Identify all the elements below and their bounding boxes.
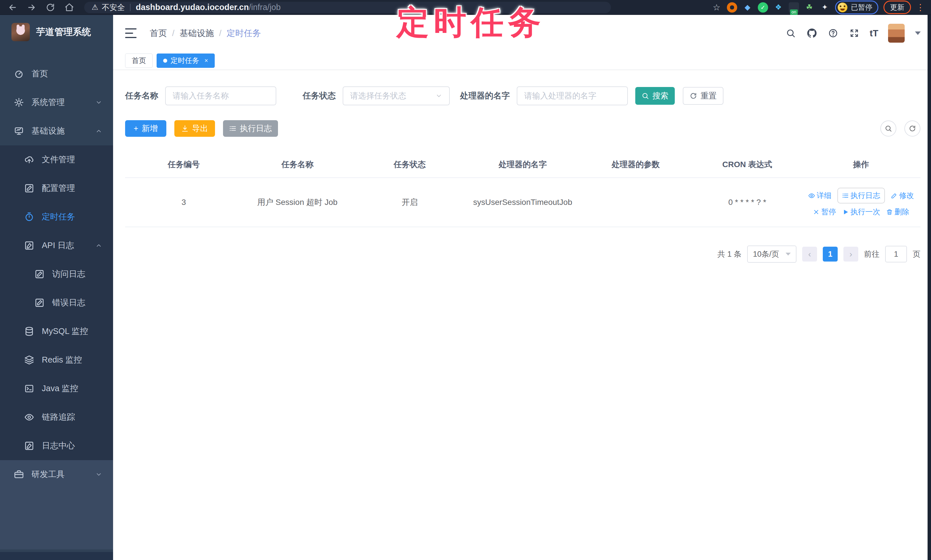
list-icon bbox=[229, 125, 236, 132]
bookmark-star-icon[interactable]: ☆ bbox=[711, 2, 722, 12]
main-area: 首页 / 基础设施 / 定时任务 tT 首页 定时任务 × bbox=[113, 15, 931, 560]
sidebar-item-home[interactable]: 首页 bbox=[0, 60, 113, 88]
toolbox-icon bbox=[14, 469, 24, 479]
breadcrumb-home[interactable]: 首页 bbox=[150, 28, 167, 39]
cell-job-id: 3 bbox=[125, 178, 242, 227]
address-bar[interactable]: ⚠ 不安全 dashboard.yudao.iocoder.cn /infra/… bbox=[84, 2, 611, 13]
jobs-table: 任务编号 任务名称 任务状态 处理器的名字 处理器的参数 CRON 表达式 操作… bbox=[125, 151, 920, 227]
job-name-input[interactable] bbox=[165, 86, 276, 105]
sidebar-item-devtools[interactable]: 研发工具 bbox=[0, 460, 113, 489]
chevron-down-icon bbox=[96, 471, 102, 478]
sidebar-item-system[interactable]: 系统管理 bbox=[0, 88, 113, 117]
sidebar-item-log-center[interactable]: 日志中心 bbox=[0, 432, 113, 460]
show-search-icon[interactable] bbox=[880, 120, 896, 137]
sidebar-item-scheduled-jobs[interactable]: 定时任务 bbox=[0, 203, 113, 231]
reset-button[interactable]: 重置 bbox=[683, 87, 723, 105]
page-1-button[interactable]: 1 bbox=[823, 247, 838, 262]
pencil-icon bbox=[891, 192, 897, 199]
extension-on-icon[interactable]: on bbox=[789, 2, 799, 12]
run-once-link[interactable]: 执行一次 bbox=[842, 207, 880, 217]
exec-log-button[interactable]: 执行日志 bbox=[223, 120, 278, 137]
back-icon[interactable] bbox=[6, 1, 19, 14]
tab-close-icon[interactable]: × bbox=[204, 57, 208, 65]
page-suffix-label: 页 bbox=[913, 249, 920, 259]
next-page-button[interactable]: › bbox=[843, 247, 858, 262]
goto-page-input[interactable] bbox=[885, 246, 907, 262]
extensions-puzzle-icon[interactable]: ✦ bbox=[820, 2, 830, 12]
tab-home[interactable]: 首页 bbox=[125, 54, 153, 68]
extension-cluster-icon[interactable]: ❖ bbox=[773, 2, 783, 12]
job-name-label: 任务名称 bbox=[125, 90, 158, 102]
page-size-select[interactable]: 10条/页 bbox=[747, 246, 797, 263]
select-caret-icon bbox=[786, 253, 791, 255]
modify-link[interactable]: 修改 bbox=[891, 191, 914, 201]
chevron-up-icon bbox=[96, 242, 102, 249]
extension-orange-icon[interactable] bbox=[727, 2, 737, 12]
sidebar-item-redis-monitor[interactable]: Redis 监控 bbox=[0, 346, 113, 374]
search-icon bbox=[641, 92, 649, 100]
sidebar-item-error-log[interactable]: 错误日志 bbox=[0, 288, 113, 317]
extension-green-check-icon[interactable]: ✓ bbox=[758, 2, 768, 12]
handler-input[interactable] bbox=[517, 86, 628, 105]
sidebar-item-tracing[interactable]: 链路追踪 bbox=[0, 403, 113, 432]
user-avatar[interactable] bbox=[888, 24, 905, 43]
fullscreen-icon[interactable] bbox=[849, 28, 860, 39]
row-exec-log-link[interactable]: 执行日志 bbox=[837, 188, 885, 203]
breadcrumb-infra[interactable]: 基础设施 bbox=[179, 28, 214, 39]
github-icon[interactable] bbox=[806, 28, 818, 39]
browser-update-button[interactable]: 更新 bbox=[883, 1, 911, 14]
sidebar-item-file-manage[interactable]: 文件管理 bbox=[0, 145, 113, 174]
detail-link[interactable]: 详细 bbox=[808, 191, 832, 201]
job-status-select[interactable]: 请选择任务状态 bbox=[343, 86, 450, 105]
terminal-icon bbox=[24, 384, 34, 394]
pause-link[interactable]: 暂停 bbox=[813, 207, 836, 217]
header-actions: tT bbox=[785, 24, 921, 43]
extension-leaf-icon[interactable]: ☘ bbox=[804, 2, 814, 12]
font-size-icon[interactable]: tT bbox=[870, 28, 878, 38]
extension-blue-icon[interactable]: ◆ bbox=[742, 2, 753, 12]
table-row: 3 用户 Session 超时 Job 开启 sysUserSessionTim… bbox=[125, 178, 920, 227]
prev-page-button[interactable]: ‹ bbox=[802, 247, 817, 262]
col-job-name: 任务名称 bbox=[242, 151, 353, 178]
home-icon[interactable] bbox=[63, 1, 76, 14]
browser-toolbar-right: ☆ ◆ ✓ ❖ on ☘ ✦ 已暂停 更新 ⋮ bbox=[711, 1, 926, 14]
forward-icon[interactable] bbox=[25, 1, 38, 14]
collapse-menu-icon[interactable] bbox=[125, 28, 137, 38]
add-button[interactable]: + 新增 bbox=[125, 120, 166, 137]
col-handler-name: 处理器的名字 bbox=[467, 151, 579, 178]
reset-icon bbox=[690, 92, 697, 100]
col-cron: CRON 表达式 bbox=[693, 151, 802, 178]
tab-scheduled-jobs[interactable]: 定时任务 × bbox=[157, 54, 215, 68]
window-scrollbar[interactable] bbox=[928, 15, 931, 560]
toolbar: + 新增 导出 执行日志 bbox=[125, 120, 920, 137]
gear-icon bbox=[14, 98, 24, 107]
sidebar-item-config-manage[interactable]: 配置管理 bbox=[0, 174, 113, 203]
sidebar-item-api-log[interactable]: API 日志 bbox=[0, 231, 113, 260]
help-icon[interactable] bbox=[827, 28, 839, 39]
sidebar-item-access-log[interactable]: 访问日志 bbox=[0, 260, 113, 288]
layers-icon bbox=[24, 355, 34, 365]
sidebar-item-mysql-monitor[interactable]: MySQL 监控 bbox=[0, 317, 113, 346]
browser-menu-icon[interactable]: ⋮ bbox=[916, 2, 925, 12]
refresh-icon[interactable] bbox=[904, 120, 920, 137]
profile-paused-pill[interactable]: 已暂停 bbox=[835, 1, 878, 14]
export-button[interactable]: 导出 bbox=[174, 120, 215, 137]
sidebar-item-java-monitor[interactable]: Java 监控 bbox=[0, 374, 113, 403]
col-actions: 操作 bbox=[802, 151, 920, 178]
search-button[interactable]: 搜索 bbox=[635, 87, 675, 105]
database-icon bbox=[24, 326, 34, 336]
search-icon[interactable] bbox=[785, 28, 797, 39]
chevron-down-icon bbox=[96, 99, 102, 106]
eye-icon bbox=[808, 192, 815, 199]
app-logo-row[interactable]: 芋道管理系统 bbox=[0, 15, 113, 48]
browser-chrome: ⚠ 不安全 dashboard.yudao.iocoder.cn /infra/… bbox=[0, 0, 931, 15]
cell-actions: 详细 执行日志 修改 暂停 执行一次 删除 bbox=[802, 178, 920, 227]
sidebar-item-infra[interactable]: 基础设施 bbox=[0, 117, 113, 145]
app-logo bbox=[11, 23, 30, 41]
avatar-caret-icon[interactable] bbox=[915, 31, 921, 35]
chevron-up-icon bbox=[96, 128, 102, 134]
cell-cron: 0 * * * * ? * bbox=[693, 178, 802, 227]
url-divider bbox=[130, 4, 131, 11]
delete-link[interactable]: 删除 bbox=[886, 207, 909, 217]
reload-icon[interactable] bbox=[44, 1, 57, 14]
